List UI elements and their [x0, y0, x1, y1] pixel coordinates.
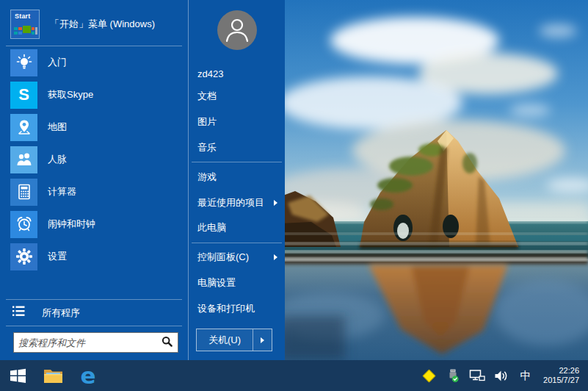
- desktop-screen: Start 「开始」菜单 (Windows): [0, 0, 588, 391]
- clock-date: 2015/7/27: [543, 376, 579, 385]
- right-item-this-pc[interactable]: 此电脑: [189, 215, 285, 241]
- user-name[interactable]: zd423: [189, 65, 285, 84]
- clock-time: 22:26: [543, 366, 579, 376]
- menu-item-label: 闹钟和时钟: [48, 218, 95, 231]
- menu-item-settings[interactable]: 设置: [0, 240, 188, 273]
- start-menu-title: 「开始」菜单 (Windows): [50, 18, 155, 31]
- edge-icon: e: [80, 365, 95, 387]
- menu-item-label: 设置: [48, 250, 67, 263]
- all-programs-button[interactable]: 所有程序: [0, 300, 188, 326]
- windows-logo-icon: [10, 367, 26, 384]
- network-icon: [469, 369, 485, 382]
- right-item-label: 控制面板(C): [197, 251, 249, 264]
- search-box[interactable]: [13, 332, 178, 353]
- taskbar-start-button[interactable]: [0, 360, 35, 391]
- tray-usb-icon[interactable]: [443, 365, 462, 387]
- user-avatar-icon[interactable]: [217, 10, 257, 50]
- shutdown-button[interactable]: 关机(U): [197, 329, 253, 351]
- taskbar-clock[interactable]: 22:26 2015/7/27: [540, 366, 582, 385]
- tray-note-icon[interactable]: [419, 365, 438, 387]
- tray-network-icon[interactable]: [468, 365, 487, 387]
- menu-item-label: 入门: [48, 56, 67, 69]
- taskbar: e: [0, 360, 588, 391]
- ime-label: 中: [520, 369, 531, 383]
- usb-device-icon: [446, 368, 460, 383]
- right-item-control-panel[interactable]: 控制面板(C): [189, 245, 285, 270]
- right-item-documents[interactable]: 文档: [189, 84, 285, 110]
- system-tray: 中 22:26 2015/7/27: [419, 365, 588, 387]
- divider: [192, 243, 282, 243]
- start-menu-right-column: zd423 文档 图片 音乐 游戏 最近使用的项目 此电脑 控制面板(C) 电脑…: [189, 0, 285, 360]
- menu-item-calculator[interactable]: 计算器: [0, 176, 188, 208]
- right-item-music[interactable]: 音乐: [189, 134, 285, 160]
- start-menu: Start 「开始」菜单 (Windows): [0, 0, 285, 360]
- start-tile-label: Start: [15, 12, 31, 20]
- menu-item-label: 人脉: [48, 153, 67, 166]
- gear-icon: [10, 243, 37, 270]
- shutdown-split-button: 关机(U): [196, 329, 272, 351]
- search-input[interactable]: [18, 337, 161, 348]
- all-programs-label: 所有程序: [42, 306, 80, 320]
- menu-item-alarms[interactable]: 闹钟和时钟: [0, 208, 188, 240]
- people-icon: [10, 146, 37, 173]
- skype-icon: S: [10, 82, 37, 109]
- submenu-arrow-icon: [274, 200, 277, 206]
- calculator-icon: [10, 179, 37, 206]
- right-item-pictures[interactable]: 图片: [189, 110, 285, 135]
- menu-item-people[interactable]: 人脉: [0, 143, 188, 176]
- right-item-label: 电脑设置: [197, 276, 236, 290]
- start-menu-left-column: Start 「开始」菜单 (Windows): [0, 0, 189, 360]
- file-explorer-icon: [43, 367, 63, 384]
- menu-item-label: 地图: [48, 121, 67, 134]
- all-programs-icon: [12, 306, 25, 320]
- menu-item-label: 计算器: [48, 185, 76, 198]
- menu-item-get-started[interactable]: 入门: [0, 46, 188, 79]
- tray-volume-icon[interactable]: [492, 365, 511, 387]
- menu-item-maps[interactable]: 地图: [0, 111, 188, 143]
- menu-item-get-skype[interactable]: S 获取Skype: [0, 79, 188, 111]
- right-item-label: 游戏: [197, 171, 217, 184]
- right-item-label: 设备和打印机: [197, 302, 255, 315]
- right-item-games[interactable]: 游戏: [189, 164, 285, 190]
- divider: [192, 162, 282, 162]
- right-item-devices-printers[interactable]: 设备和打印机: [189, 295, 285, 321]
- skype-letter: S: [18, 87, 29, 103]
- right-item-label: 图片: [197, 115, 217, 129]
- shutdown-label: 关机(U): [208, 334, 241, 347]
- submenu-arrow-icon: [274, 254, 277, 260]
- lightbulb-icon: [10, 49, 37, 76]
- menu-item-label: 获取Skype: [48, 88, 93, 101]
- right-item-label: 此电脑: [197, 221, 226, 234]
- taskbar-edge-button[interactable]: e: [70, 360, 106, 391]
- right-item-pc-settings[interactable]: 电脑设置: [189, 270, 285, 296]
- start-logo-icon: Start: [10, 10, 40, 39]
- right-item-label: 音乐: [197, 141, 217, 154]
- right-item-recent-items[interactable]: 最近使用的项目: [189, 190, 285, 215]
- taskbar-file-explorer-button[interactable]: [35, 360, 70, 391]
- speaker-icon: [494, 370, 509, 382]
- right-item-label: 最近使用的项目: [197, 196, 264, 209]
- shutdown-options-button[interactable]: [253, 329, 272, 351]
- map-pin-icon: [10, 114, 37, 141]
- alarm-clock-icon: [10, 211, 37, 238]
- ime-indicator[interactable]: 中: [516, 365, 535, 387]
- right-item-label: 文档: [197, 90, 217, 103]
- search-icon[interactable]: [161, 336, 173, 350]
- shutdown-arrow-icon: [261, 337, 264, 343]
- yellow-note-icon: [422, 369, 435, 382]
- start-menu-header[interactable]: Start 「开始」菜单 (Windows): [0, 6, 188, 43]
